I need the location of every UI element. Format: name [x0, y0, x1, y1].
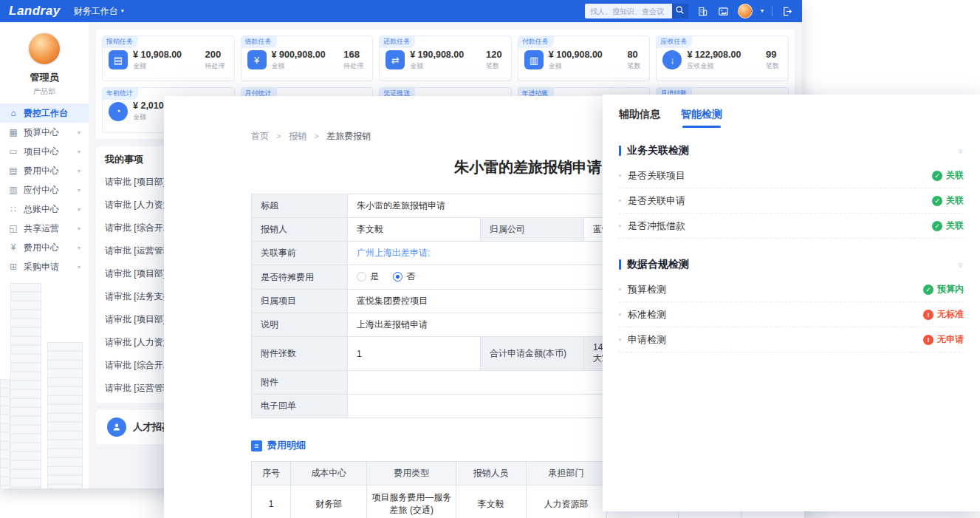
stat-amount-label: 金额: [410, 61, 464, 71]
collapse-chevron-icon[interactable]: »: [956, 148, 967, 153]
logout-icon[interactable]: [781, 5, 793, 18]
chevron-down-icon: ▾: [78, 225, 80, 232]
stat-amount: ¥ 10,908.00: [133, 50, 182, 60]
reimburse-task-icon: ▤: [109, 50, 128, 69]
cart-icon: ⊞: [8, 262, 18, 272]
repay-task-icon: ⇄: [386, 50, 405, 69]
stat-card-repay[interactable]: 还款任务 ⇄ ¥ 190,908.00 金额 120 笔数: [379, 35, 512, 81]
pre-request-link[interactable]: 广州上海出差申请;: [357, 248, 430, 258]
form-label: 标题: [252, 194, 348, 218]
topbar-divider: [772, 6, 772, 16]
form-label: 合计申请金额(本币): [481, 337, 584, 371]
sidebar-item-expense-center[interactable]: ▤ 费用中心 ▾: [0, 161, 89, 180]
panel-tabs: 辅助信息 智能检测: [619, 108, 964, 128]
table-cell: 1: [252, 485, 291, 518]
sidebar-item-label: 共享运营: [24, 222, 59, 235]
section-business-relation-header: 业务关联检测 »: [619, 144, 964, 157]
stat-tag: 报销任务: [103, 36, 138, 48]
breadcrumb-home[interactable]: 首页: [251, 131, 269, 141]
sidebar-item-fee-center[interactable]: ¥ 费用中心 ▾: [0, 238, 89, 257]
document-icon: ≡: [251, 440, 262, 451]
stat-tag: 付款任务: [518, 36, 554, 48]
stat-count-label: 待处理: [343, 61, 363, 71]
stat-count: 99: [766, 49, 779, 60]
yen-circle-icon: ¥: [8, 242, 18, 253]
stat-card-reimburse[interactable]: 报销任务 ▤ ¥ 10,908.00 金额 200 待处理: [102, 35, 235, 81]
smart-detect-panel: 辅助信息 智能检测 业务关联检测 » 是否关联项目 ✓ 关联 是否关联申请 ✓ …: [603, 95, 980, 511]
stat-amount: ¥ 900,908.00: [272, 50, 326, 60]
check-item-label: 是否冲抵借款: [628, 219, 685, 233]
form-value-attach-count: 1: [348, 337, 481, 371]
user-profile: 管理员 产品部: [0, 22, 89, 97]
form-label: 关联事前: [252, 242, 348, 265]
form-label: 说明: [252, 313, 348, 337]
avatar-caret-down-icon[interactable]: ▾: [761, 8, 764, 14]
card-icon: ▥: [8, 185, 18, 195]
user-avatar[interactable]: [738, 4, 753, 18]
column-header: 成本中心: [291, 462, 367, 485]
sidebar-item-purchase-request[interactable]: ⊞ 采购申请 ▾: [0, 257, 89, 276]
radio-circle-icon: [393, 272, 402, 282]
radio-no[interactable]: 否: [393, 270, 415, 283]
stat-amount: ¥ 190,908.00: [410, 50, 464, 60]
stat-card-loan[interactable]: 借款任务 ¥ ¥ 900,908.00 金额 168 待处理: [241, 35, 374, 81]
stat-tag: 还款任务: [380, 36, 415, 48]
user-name: 管理员: [0, 71, 89, 84]
check-item-label: 是否关联申请: [628, 194, 685, 208]
chevron-down-icon: ▾: [78, 168, 80, 174]
loan-task-icon: ¥: [247, 50, 267, 69]
bullet-icon: [619, 200, 621, 202]
stat-count-label: 待处理: [205, 61, 225, 71]
check-item-project: 是否关联项目 ✓ 关联: [619, 163, 964, 188]
search-button[interactable]: [672, 4, 688, 18]
grid-icon: ▦: [8, 127, 18, 137]
form-label: 报销人: [252, 218, 348, 242]
stat-count-label: 笔数: [766, 61, 779, 71]
stat-amount: ¥ 122,908.00: [687, 50, 741, 60]
search-icon: [675, 4, 685, 18]
check-item-standard: 标准检测 ! 无标准: [619, 302, 964, 327]
stat-card-receivable[interactable]: 应收任务 ↓ ¥ 122,908.00 应收金额 99 笔数: [656, 35, 789, 81]
sidebar-item-budget-center[interactable]: ▦ 预算中心 ▾: [0, 123, 89, 142]
form-value-person: 李文毅: [348, 218, 481, 242]
sidebar-item-shared-ops[interactable]: ◱ 共享运营 ▾: [0, 219, 89, 238]
org-building-icon[interactable]: [696, 5, 709, 18]
check-icon: ✓: [932, 196, 942, 206]
breadcrumb-reimburse[interactable]: 报销: [289, 131, 306, 141]
stat-count-label: 笔数: [486, 61, 502, 71]
gallery-icon[interactable]: [717, 5, 730, 18]
monitor-icon: ▭: [8, 146, 18, 157]
bullet-icon: [619, 288, 621, 290]
sidebar-item-label: 费用中心: [24, 165, 59, 177]
bullet-icon: [619, 338, 621, 341]
chevron-down-icon: ▾: [78, 264, 80, 270]
tab-auxiliary-info[interactable]: 辅助信息: [619, 108, 660, 128]
sidebar: 管理员 产品部 ⌂ 费控工作台 ▦ 预算中心 ▾ ▭ 项目中心 ▾: [0, 22, 89, 488]
stat-amount-label: 金额: [272, 61, 326, 71]
sidebar-item-payable-center[interactable]: ▥ 应付中心 ▾: [0, 180, 89, 200]
stat-tag: 年初统计: [103, 88, 138, 100]
sidebar-item-ledger-center[interactable]: ∷ 总账中心 ▾: [0, 200, 89, 219]
user-department: 产品部: [0, 86, 89, 97]
tab-smart-detect[interactable]: 智能检测: [681, 108, 722, 128]
collapse-chevron-icon[interactable]: »: [956, 262, 967, 267]
section-title: 业务关联检测: [627, 144, 689, 157]
receivable-task-icon: ↓: [662, 50, 682, 69]
stat-card-payment[interactable]: 付款任务 ▥ ¥ 100,908.00 金额 80 笔数: [518, 35, 651, 81]
bullet-icon: [619, 225, 621, 227]
stat-tag: 应收任务: [657, 36, 692, 48]
form-label: 归属公司: [481, 218, 584, 242]
payment-task-icon: ▥: [524, 50, 544, 69]
workspace-switcher[interactable]: 财务工作台 ▾: [74, 5, 124, 18]
house-icon: ⌂: [8, 108, 18, 118]
expense-section-title: 费用明细: [267, 439, 306, 452]
sidebar-item-project-center[interactable]: ▭ 项目中心 ▾: [0, 142, 89, 161]
search-input[interactable]: [585, 4, 672, 18]
radio-circle-icon: [357, 272, 366, 282]
chat-icon: ◱: [8, 223, 18, 234]
sidebar-item-expense-workbench[interactable]: ⌂ 费控工作台: [0, 103, 89, 123]
radio-yes[interactable]: 是: [357, 270, 379, 283]
profile-avatar[interactable]: [27, 32, 61, 66]
check-icon: ✓: [932, 221, 942, 231]
check-icon: ✓: [923, 284, 933, 295]
